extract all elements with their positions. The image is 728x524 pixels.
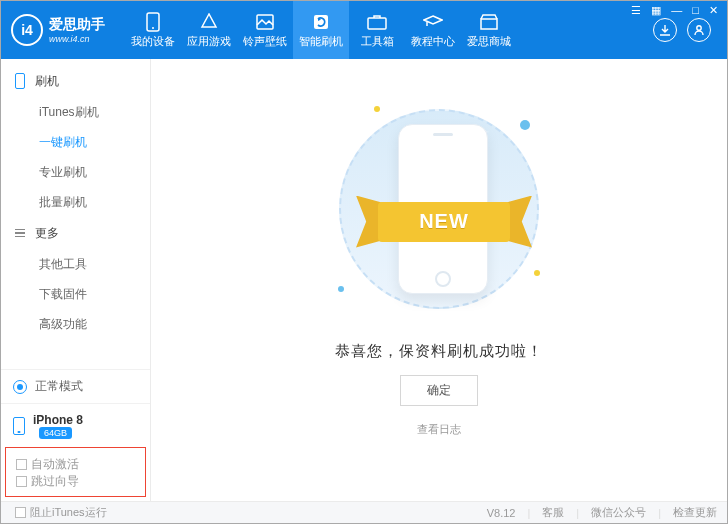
device-icon <box>13 417 25 435</box>
sidebar-item-label: 下载固件 <box>39 286 87 303</box>
header-right <box>653 18 711 42</box>
header: i4 爱思助手 www.i4.cn 我的设备 应用游戏 铃声壁纸 智能刷机 <box>1 1 727 59</box>
svg-rect-4 <box>368 18 386 29</box>
sidebar: 刷机 iTunes刷机 一键刷机 专业刷机 批量刷机 更多 其他工具 下载固件 … <box>1 59 151 501</box>
nav-label: 我的设备 <box>131 34 175 49</box>
ribbon-text: NEW <box>378 202 510 242</box>
sidebar-mode[interactable]: 正常模式 <box>1 369 150 403</box>
sidebar-item-label: 专业刷机 <box>39 164 87 181</box>
window-controls: ☰ ▦ — □ ✕ <box>631 4 718 17</box>
nav-toolbox[interactable]: 工具箱 <box>349 1 405 59</box>
sidebar-item-batch-flash[interactable]: 批量刷机 <box>1 187 150 217</box>
logo-icon: i4 <box>11 14 43 46</box>
logo-text: 爱思助手 www.i4.cn <box>49 16 105 44</box>
chk-label: 跳过向导 <box>31 473 79 490</box>
chk-auto-activate[interactable]: 自动激活 <box>16 456 79 473</box>
menu-icon <box>15 229 25 238</box>
top-nav: 我的设备 应用游戏 铃声壁纸 智能刷机 工具箱 教程中心 <box>125 1 517 59</box>
version-label: V8.12 <box>487 507 516 519</box>
main-content: ✦✦ NEW 恭喜您，保资料刷机成功啦！ 确定 查看日志 <box>151 59 727 501</box>
sidebar-item-label: 批量刷机 <box>39 194 87 211</box>
nav-smart-flash[interactable]: 智能刷机 <box>293 1 349 59</box>
support-link[interactable]: 客服 <box>542 505 564 520</box>
close-icon[interactable]: ✕ <box>709 4 718 17</box>
sidebar-item-onekey-flash[interactable]: 一键刷机 <box>1 127 150 157</box>
nav-apps-games[interactable]: 应用游戏 <box>181 1 237 59</box>
sidebar-device[interactable]: iPhone 8 64GB <box>1 403 150 447</box>
footer-right: V8.12 | 客服 | 微信公众号 | 检查更新 <box>487 505 717 520</box>
download-button[interactable] <box>653 18 677 42</box>
wechat-link[interactable]: 微信公众号 <box>591 505 646 520</box>
sidebar-group-flash[interactable]: 刷机 <box>1 65 150 97</box>
nav-store[interactable]: 爱思商城 <box>461 1 517 59</box>
nav-label: 爱思商城 <box>467 34 511 49</box>
flash-icon <box>312 12 330 32</box>
sidebar-item-other-tools[interactable]: 其他工具 <box>1 249 150 279</box>
ok-button[interactable]: 确定 <box>400 375 478 406</box>
sidebar-menu: 刷机 iTunes刷机 一键刷机 专业刷机 批量刷机 更多 其他工具 下载固件 … <box>1 59 150 369</box>
wallpaper-icon <box>256 12 274 32</box>
sidebar-item-label: iTunes刷机 <box>39 104 99 121</box>
nav-tutorials[interactable]: 教程中心 <box>405 1 461 59</box>
sidebar-group-more[interactable]: 更多 <box>1 217 150 249</box>
nav-label: 工具箱 <box>361 34 394 49</box>
tutorial-icon <box>423 12 443 32</box>
nav-label: 铃声壁纸 <box>243 34 287 49</box>
sidebar-item-pro-flash[interactable]: 专业刷机 <box>1 157 150 187</box>
sidebar-item-label: 高级功能 <box>39 316 87 333</box>
brand-site: www.i4.cn <box>49 34 105 44</box>
nav-label: 教程中心 <box>411 34 455 49</box>
checkbox-icon <box>15 507 26 518</box>
sidebar-item-download-firmware[interactable]: 下载固件 <box>1 279 150 309</box>
maximize-icon[interactable]: □ <box>692 4 699 17</box>
phone-icon <box>15 73 25 89</box>
nav-my-device[interactable]: 我的设备 <box>125 1 181 59</box>
sidebar-group-label: 更多 <box>35 225 59 242</box>
minimize-icon[interactable]: — <box>671 4 682 17</box>
brand-name: 爱思助手 <box>49 16 105 34</box>
mode-icon <box>13 380 27 394</box>
checkbox-icon <box>16 459 27 470</box>
svg-point-6 <box>697 26 701 30</box>
device-name: iPhone 8 <box>33 413 83 427</box>
apps-icon <box>200 12 218 32</box>
skin-icon[interactable]: ▦ <box>651 4 661 17</box>
chk-label: 阻止iTunes运行 <box>30 505 107 520</box>
sidebar-options-highlight: 自动激活 跳过向导 <box>5 447 146 497</box>
sidebar-item-label: 其他工具 <box>39 256 87 273</box>
check-update-link[interactable]: 检查更新 <box>673 505 717 520</box>
chk-skip-guide[interactable]: 跳过向导 <box>16 473 79 490</box>
checkbox-icon <box>16 476 27 487</box>
sidebar-item-advanced[interactable]: 高级功能 <box>1 309 150 339</box>
cart-icon[interactable]: ☰ <box>631 4 641 17</box>
svg-rect-5 <box>481 19 497 29</box>
brand-logo[interactable]: i4 爱思助手 www.i4.cn <box>11 14 105 46</box>
sidebar-group-label: 刷机 <box>35 73 59 90</box>
storage-badge: 64GB <box>39 427 72 439</box>
sidebar-item-label: 一键刷机 <box>39 134 87 151</box>
account-button[interactable] <box>687 18 711 42</box>
success-illustration: ✦✦ NEW <box>324 94 554 324</box>
success-text: 恭喜您，保资料刷机成功啦！ <box>335 342 543 361</box>
app-window: ☰ ▦ — □ ✕ i4 爱思助手 www.i4.cn 我的设备 应用游戏 <box>0 0 728 524</box>
nav-label: 智能刷机 <box>299 34 343 49</box>
svg-rect-3 <box>314 15 328 29</box>
sidebar-item-itunes-flash[interactable]: iTunes刷机 <box>1 97 150 127</box>
mode-label: 正常模式 <box>35 378 83 395</box>
svg-point-1 <box>152 27 154 29</box>
new-ribbon: NEW <box>356 194 532 250</box>
footer: 阻止iTunes运行 V8.12 | 客服 | 微信公众号 | 检查更新 <box>1 501 727 523</box>
view-log-link[interactable]: 查看日志 <box>417 422 461 437</box>
toolbox-icon <box>367 12 387 32</box>
body: 刷机 iTunes刷机 一键刷机 专业刷机 批量刷机 更多 其他工具 下载固件 … <box>1 59 727 501</box>
chk-block-itunes[interactable]: 阻止iTunes运行 <box>15 505 107 520</box>
nav-ringtone-wallpaper[interactable]: 铃声壁纸 <box>237 1 293 59</box>
store-icon <box>479 12 499 32</box>
device-icon <box>146 12 160 32</box>
nav-label: 应用游戏 <box>187 34 231 49</box>
chk-label: 自动激活 <box>31 456 79 473</box>
